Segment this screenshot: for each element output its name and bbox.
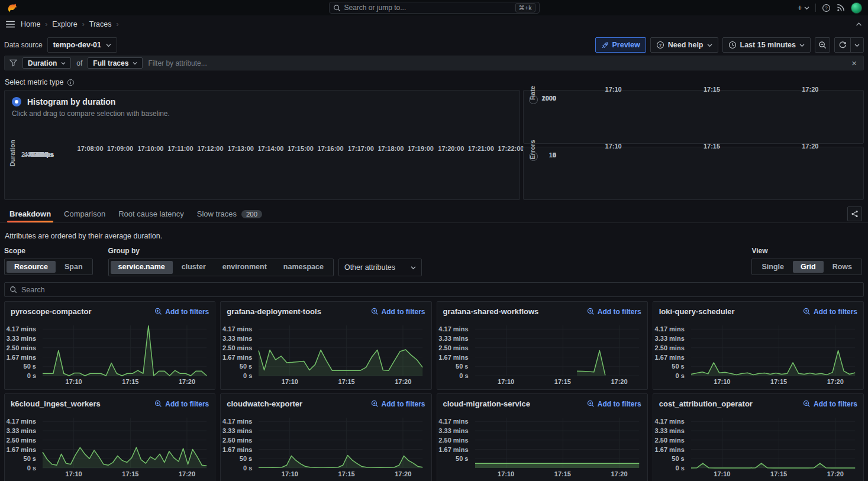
service-name: cloud-migration-service <box>443 399 530 408</box>
time-range-picker[interactable]: Last 15 minutes <box>722 37 811 53</box>
data-source-select[interactable]: tempo-dev-01 <box>47 37 117 53</box>
clear-filter-button[interactable]: × <box>850 58 859 68</box>
add-to-filters-button[interactable]: Add to filters <box>154 400 209 408</box>
histogram-radio[interactable] <box>12 97 21 106</box>
clock-icon <box>728 41 737 49</box>
news-icon[interactable] <box>837 4 845 12</box>
add-to-filters-button[interactable]: Add to filters <box>803 400 857 408</box>
query-controls-row: Data source tempo-dev-01 Preview ? Need … <box>0 35 868 54</box>
service-name: k6cloud_ingest_workers <box>11 399 101 408</box>
service-duration-chart[interactable]: 4.17 mins3.33 mins2.50 mins1.67 mins50 s… <box>223 413 426 478</box>
service-panel: cloud-migration-service Add to filters 4… <box>437 393 648 481</box>
errors-radio[interactable] <box>529 152 538 161</box>
groupby-option-service-name[interactable]: service.name <box>111 261 173 274</box>
groupby-group: Group by service.name cluster environmen… <box>108 247 422 276</box>
chevron-down-icon <box>799 43 805 47</box>
scope-option-resource[interactable]: Resource <box>7 261 56 273</box>
zoom-out-icon <box>818 41 827 49</box>
duration-filter-label: Duration <box>28 59 57 67</box>
grafana-logo-icon[interactable] <box>6 2 18 14</box>
tab-slow-traces[interactable]: Slow traces 200 <box>197 205 262 222</box>
chevron-down-icon <box>411 266 416 270</box>
top-search-input[interactable] <box>344 4 512 12</box>
tab-comparison[interactable]: Comparison <box>64 205 105 222</box>
tab-root-cause-latency[interactable]: Root cause latency <box>118 205 184 222</box>
preview-button[interactable]: Preview <box>595 37 646 53</box>
metric-charts-area: Histogram by duration Click and drag to … <box>4 90 864 200</box>
tabs-bar: Breakdown Comparison Root cause latency … <box>0 205 868 223</box>
histogram-title: Histogram by duration <box>27 97 115 106</box>
service-duration-chart[interactable]: 4.17 mins3.33 mins2.50 mins1.67 mins50 s… <box>223 321 426 386</box>
groupby-option-namespace[interactable]: namespace <box>276 261 331 274</box>
add-to-filters-button[interactable]: Add to filters <box>371 400 425 408</box>
service-duration-chart[interactable]: 4.17 mins3.33 mins2.50 mins1.67 mins50 s… <box>656 413 859 478</box>
topbar-divider <box>815 4 816 12</box>
traces-type-chip[interactable]: Full traces <box>88 57 143 69</box>
collapse-chevron-button[interactable] <box>856 22 862 27</box>
search-plus-icon <box>803 400 811 408</box>
user-avatar[interactable] <box>851 2 862 14</box>
refresh-button[interactable] <box>835 38 850 52</box>
need-help-button[interactable]: ? Need help <box>650 37 718 53</box>
service-panel: grafana-deployment-tools Add to filters … <box>220 301 431 390</box>
service-duration-chart[interactable]: 4.17 mins3.33 mins2.50 mins1.67 mins50 s… <box>440 321 643 386</box>
view-option-rows[interactable]: Rows <box>825 261 860 273</box>
breadcrumb-explore[interactable]: Explore <box>52 20 77 28</box>
breadcrumb-separator: › <box>45 20 47 28</box>
breadcrumb-home[interactable]: Home <box>21 20 40 28</box>
app-root: ⌘+k + ? Home › Explore › Traces › <box>0 0 868 481</box>
service-name: cloudwatch-exporter <box>227 399 302 408</box>
rate-radio[interactable] <box>529 95 538 104</box>
view-option-single[interactable]: Single <box>754 261 792 273</box>
traces-type-label: Full traces <box>93 59 128 67</box>
view-option-grid[interactable]: Grid <box>793 261 824 273</box>
service-duration-chart[interactable]: 4.17 mins3.33 mins2.50 mins1.67 mins50 s… <box>7 321 210 386</box>
filter-funnel-icon <box>9 59 17 67</box>
breadcrumb-traces[interactable]: Traces <box>89 20 112 28</box>
groupby-option-environment[interactable]: environment <box>215 261 275 274</box>
search-plus-icon <box>587 308 595 315</box>
add-to-filters-button[interactable]: Add to filters <box>371 308 425 316</box>
attribute-filter-input[interactable] <box>148 59 844 67</box>
add-to-filters-button[interactable]: Add to filters <box>587 308 641 316</box>
groupby-option-cluster[interactable]: cluster <box>174 261 214 274</box>
share-button[interactable] <box>847 206 862 221</box>
zoom-out-button[interactable] <box>815 37 830 53</box>
of-label: of <box>76 59 82 67</box>
refresh-icon <box>838 41 847 49</box>
time-range-label: Last 15 minutes <box>740 41 796 49</box>
chevron-down-icon <box>133 62 137 65</box>
refresh-split-button <box>834 37 864 53</box>
chevron-down-icon <box>106 43 111 47</box>
other-attributes-select[interactable]: Other attributes <box>338 259 422 276</box>
service-duration-chart[interactable]: 4.17 mins3.33 mins2.50 mins1.67 mins50 s… <box>656 321 859 386</box>
tab-breakdown[interactable]: Breakdown <box>9 205 51 222</box>
rate-panel: 20001000017:1017:1517:20Rate <box>523 90 864 144</box>
refresh-interval-dropdown[interactable] <box>850 38 863 52</box>
service-duration-chart[interactable]: 4.17 mins3.33 mins2.50 mins1.67 mins50 s… <box>7 413 210 478</box>
duration-filter-chip[interactable]: Duration <box>22 57 71 69</box>
chevron-down-icon <box>854 43 860 47</box>
data-source-value: tempo-dev-01 <box>53 41 101 49</box>
add-menu-button[interactable]: + <box>798 3 809 12</box>
service-name: loki-query-scheduler <box>659 307 735 316</box>
attribute-search-input[interactable] <box>21 286 859 294</box>
service-panel: cost_attribution_operator Add to filters… <box>653 393 864 481</box>
menu-toggle-button[interactable] <box>6 21 15 28</box>
scope-option-span[interactable]: Span <box>57 261 91 273</box>
service-panel: grafana-shared-workflows Add to filters … <box>437 301 648 390</box>
service-duration-chart[interactable]: 4.17 mins3.33 mins2.50 mins1.67 mins50 s… <box>440 413 643 478</box>
attribute-search[interactable] <box>4 282 864 297</box>
breakdown-controls: Scope Resource Span Group by service.nam… <box>4 247 864 276</box>
add-to-filters-button[interactable]: Add to filters <box>154 308 209 316</box>
data-source-label: Data source <box>4 41 43 49</box>
add-to-filters-button[interactable]: Add to filters <box>587 400 641 408</box>
histogram-panel: Histogram by duration Click and drag to … <box>4 90 520 200</box>
help-button[interactable]: ? <box>822 4 831 12</box>
top-search[interactable]: ⌘+k <box>329 2 540 14</box>
add-to-filters-button[interactable]: Add to filters <box>803 308 857 316</box>
slow-traces-count-badge: 200 <box>241 210 262 218</box>
info-circle-icon <box>67 79 75 86</box>
metric-type-label: Select metric type <box>5 78 63 86</box>
service-panel: k6cloud_ingest_workers Add to filters 4.… <box>4 393 215 481</box>
